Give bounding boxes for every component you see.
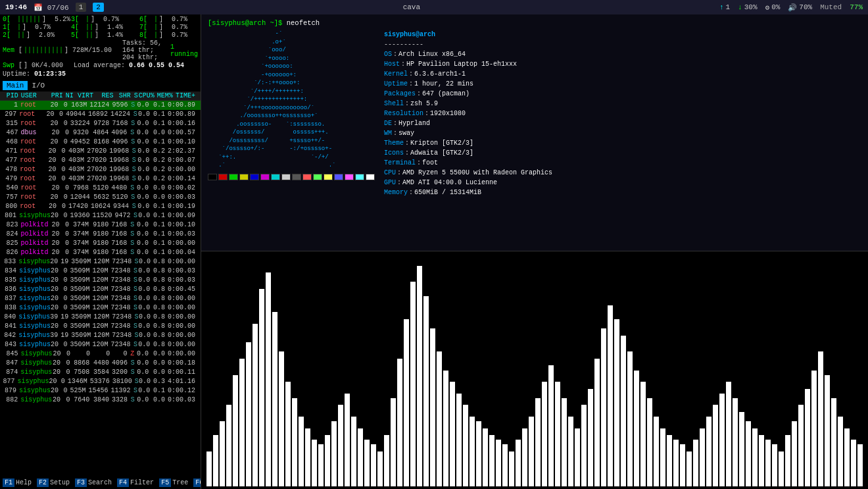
table-row[interactable]: 840 sisyphus 39 19 3509M 120M 72348 S 0.… [0, 313, 201, 322]
date-display: 📅 07/06 [34, 3, 69, 12]
cava-bar [759, 435, 764, 486]
table-row[interactable]: 843 sisyphus 20 0 3509M 120M 72348 S 0.0… [0, 340, 201, 349]
table-row[interactable]: 477 root 20 0 403M 27020 19968 S 0.0 0.2… [0, 156, 201, 165]
cava-bar [673, 440, 679, 486]
table-row[interactable]: 838 sisyphus 20 0 3509M 120M 72348 S 0.0… [0, 303, 201, 313]
table-row[interactable]: 836 sisyphus 20 0 3509M 120M 72348 S 0.0… [0, 285, 201, 294]
table-row[interactable]: 823 polkitd 20 0 374M 9180 7168 S 0.0 0.… [0, 220, 201, 230]
terminal-prompt-line: [sisyphus@arch ~]$ neofetch [208, 18, 861, 28]
table-row[interactable]: 879 sisyphus 20 0 525M 15456 11392 S 0.0… [0, 386, 201, 396]
footer-btn-f5[interactable]: F5Tree [157, 476, 191, 489]
cava-bar [687, 451, 692, 486]
right-panel: [sisyphus@arch ~]$ neofetch -` .o+` `ooo… [201, 14, 868, 489]
table-row[interactable]: 825 polkitd 20 0 374M 9180 7168 S 0.0 0.… [0, 239, 201, 248]
cava-bar [660, 428, 665, 486]
cava-bar [706, 417, 711, 486]
table-row[interactable]: 467 dbus 20 0 9320 4864 4096 S 0.0 0.0 0… [0, 128, 201, 138]
calendar-icon: 📅 [34, 4, 43, 12]
cava-bar [779, 451, 784, 486]
cava-bar [476, 421, 481, 486]
active-window-title: cava [403, 3, 420, 11]
cava-bar [351, 417, 356, 486]
cava-bar [581, 405, 587, 486]
cava-bar [279, 351, 284, 486]
table-row[interactable]: 847 sisyphus 20 0 8868 4480 4096 S 0.0 0… [0, 359, 201, 368]
table-row[interactable]: 824 polkitd 20 0 374M 9180 7168 S 0.0 0.… [0, 230, 201, 239]
table-row[interactable]: 540 root 20 0 7968 5120 4480 S 0.0 0.0 0… [0, 184, 201, 193]
htop-tabs: Main I/O [0, 80, 201, 91]
footer-btn-f4[interactable]: F4Filter [114, 476, 157, 489]
table-row[interactable]: 471 root 20 0 403M 27020 19968 S 0.0 0.2… [0, 147, 201, 156]
table-row[interactable]: 478 root 20 0 403M 27020 19968 S 0.0 0.2… [0, 165, 201, 174]
table-row[interactable]: 833 sisyphus 20 19 3509M 120M 72348 S 0.… [0, 257, 201, 267]
table-row[interactable]: 479 root 20 0 403M 27020 19968 S 0.0 0.2… [0, 174, 201, 184]
muted-status[interactable]: Muted [820, 3, 842, 11]
table-row[interactable]: 842 sisyphus 39 19 3509M 120M 72348 S 0.… [0, 331, 201, 340]
table-row[interactable]: 801 sisyphus 20 0 19360 11520 9472 S 0.0… [0, 211, 201, 220]
neofetch-info-row: Icons : Adwaita [GTK2/3] [384, 148, 861, 158]
table-row[interactable]: 837 sisyphus 20 0 3509M 120M 72348 S 0.0… [0, 294, 201, 303]
cava-bar [423, 296, 429, 486]
table-row[interactable]: 315 root 20 0 33224 9728 7168 S 0.0 0.1 … [0, 119, 201, 128]
cava-bar [358, 428, 363, 486]
cava-bar [733, 398, 738, 486]
cava-bar [312, 440, 317, 486]
footer-btn-f3[interactable]: F3Search [72, 476, 114, 489]
cava-bar [601, 328, 606, 486]
topbar: 19:46 📅 07/06 1 2 cava ↑ 1 ↓ 30% ⚙ 0% 🔊 … [0, 0, 868, 14]
table-row[interactable]: 297 root 20 0 49044 16892 14224 S 0.0 0.… [0, 110, 201, 119]
network-download: ↓ 30% [738, 3, 757, 11]
cava-bar [272, 312, 277, 486]
table-row[interactable]: 834 sisyphus 20 0 3509M 120M 72348 S 0.0… [0, 267, 201, 276]
cava-bar [285, 382, 291, 486]
table-row[interactable]: 468 root 20 0 49452 8168 4096 S 0.0 0.1 … [0, 138, 201, 147]
cava-bar [345, 394, 350, 486]
cava-bar [502, 444, 508, 486]
volume-control[interactable]: 🔊 70% [788, 3, 812, 12]
cava-bar [739, 412, 744, 486]
topbar-right: ↑ 1 ↓ 30% ⚙ 0% 🔊 70% Muted 77% [719, 3, 863, 12]
cava-bar [614, 319, 619, 486]
footer-btn-f6[interactable]: F6SortBy [191, 476, 201, 489]
cava-bar [331, 421, 337, 486]
time-display: 19:46 [5, 3, 27, 11]
table-row[interactable]: 874 sisyphus 20 0 7508 3584 3200 S 0.0 0… [0, 368, 201, 377]
uptime-row: Uptime: 01:23:35 [3, 70, 198, 78]
workspace-1[interactable]: 1 [76, 3, 87, 12]
table-row[interactable]: 800 root 20 0 17420 10624 9344 S 0.0 0.1… [0, 202, 201, 211]
table-row[interactable]: 877 sisyphus 20 0 1346M 53376 38100 S 0.… [0, 377, 201, 386]
workspace-2[interactable]: 2 [93, 3, 104, 12]
neofetch-info-row: Host : HP Pavilion Laptop 15-eh1xxx [384, 59, 861, 69]
table-row[interactable]: 841 sisyphus 20 0 3509M 120M 72348 S 0.0… [0, 322, 201, 331]
table-row[interactable]: 882 sisyphus 20 0 7640 3840 3328 S 0.0 0… [0, 396, 201, 405]
neofetch-colors [208, 174, 379, 180]
table-row[interactable]: 1 root 20 0 163M 12124 9596 S 0.0 0.1 0:… [0, 101, 201, 110]
tab-main[interactable]: Main [3, 81, 28, 90]
footer-btn-f1[interactable]: F1Help [0, 476, 34, 489]
battery-status: 77% [850, 3, 863, 11]
cava-bar [680, 444, 685, 486]
cava-bar [654, 417, 659, 486]
neofetch-info-row: Shell : zsh 5.9 [384, 99, 861, 109]
cava-bar [700, 428, 705, 486]
cava-bar [220, 421, 225, 486]
cava-bar [548, 365, 554, 486]
load-info: Load average: 0.66 0.55 0.54 [74, 62, 184, 69]
footer-btn-f2[interactable]: F2Setup [34, 476, 72, 489]
table-row[interactable]: 835 sisyphus 20 0 3509M 120M 72348 S 0.0… [0, 276, 201, 285]
cava-bar [430, 328, 435, 486]
cava-bar [640, 382, 646, 486]
table-row[interactable]: 757 root 20 0 12044 5632 5120 S 0.0 0.0 … [0, 193, 201, 202]
neofetch-terminal: [sisyphus@arch ~]$ neofetch -` .o+` `ooo… [201, 14, 868, 251]
neofetch-layout: -` .o+` `ooo/ `+oooo: `+oooooo: -+oooooo… [208, 30, 861, 197]
table-row[interactable]: 826 polkitd 20 0 374M 9180 7168 S 0.0 0.… [0, 248, 201, 257]
neofetch-info: sisyphus@arch---------- OS : Arch Linux … [384, 30, 861, 197]
cava-bar [621, 336, 626, 486]
tab-io[interactable]: I/O [28, 81, 49, 90]
cava-bar [752, 428, 758, 486]
cava-bar [206, 451, 212, 486]
cava-bar [588, 389, 593, 486]
neofetch-info-row: Packages : 647 (pacman) [384, 89, 861, 99]
table-row[interactable]: 845 sisyphus 20 0 0 0 0 Z 0.0 0.0 0:00.0… [0, 349, 201, 359]
process-table[interactable]: 1 root 20 0 163M 12124 9596 S 0.0 0.1 0:… [0, 101, 201, 476]
